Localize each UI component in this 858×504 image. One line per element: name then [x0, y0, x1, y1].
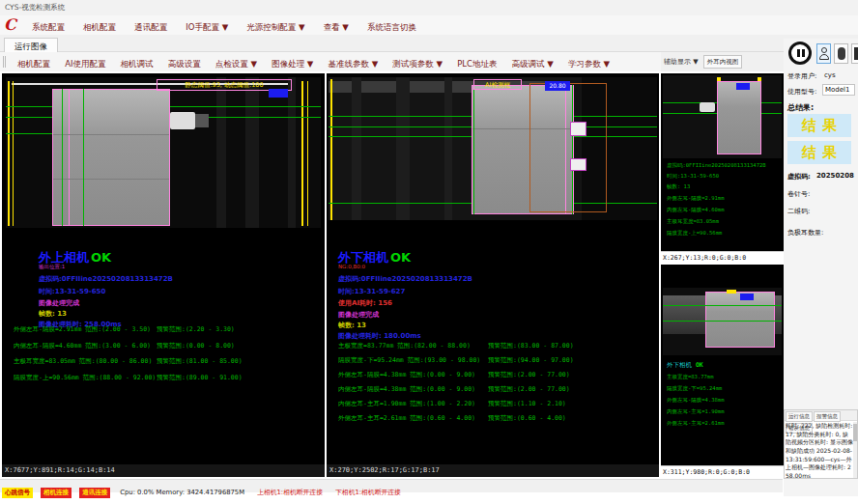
- comm-conn-badge: 通讯连接: [79, 488, 110, 498]
- tool-camera-config[interactable]: 相机配置: [13, 54, 55, 73]
- cell-block-thumb1: [717, 81, 761, 154]
- measure-row: 内侧左耳-主耳=1.90mm 范围:(1.00 - 2.20)预警范围:(1.1…: [338, 400, 475, 408]
- tool-learn-params[interactable]: 学习参数 ▼: [563, 54, 615, 73]
- heartbeat-badge: 心跳信号: [2, 488, 33, 498]
- aux-bottom-image: [663, 288, 782, 355]
- aux-view-top[interactable]: 虚拟码:0FFIIine2025020813313472B 时间:13-31-5…: [661, 73, 784, 263]
- toolbar: 相机配置 AI使用配置 相机调试 高级设置 点检设置 ▼ 图像处理 ▼ 基准线参…: [0, 52, 661, 71]
- mid-camera-sub: NG:0,B0:0: [338, 264, 365, 269]
- thumb2-line: 主极宽度=83.77mm: [667, 374, 714, 380]
- left-frames: 帧数: 13: [39, 309, 67, 319]
- menu-comm-config[interactable]: 通讯配置: [128, 17, 174, 37]
- tool-plc-table[interactable]: PLC地址表: [452, 54, 501, 73]
- avatar-icon: [838, 47, 845, 60]
- thumb1-line: 隔膜宽度-上=90.56mm: [667, 230, 722, 237]
- measure-row: 外侧左耳-主耳=2.61mm 范围:(0.60 - 4.00)预警范围:(0.6…: [338, 414, 475, 423]
- mid-camera-panel[interactable]: AI检测框 20.80 外下相机OK NG:0,B0:0 虚拟码:0FFIIin…: [327, 73, 659, 477]
- mid-camera-name: 外下相机: [338, 250, 388, 265]
- user-label: 登录用户:: [787, 71, 816, 81]
- mid-elapsed: 图像处理耗时: 180.00ms: [338, 331, 421, 341]
- thumb1-line: 外侧左耳-隔膜=2.91mm: [667, 195, 725, 202]
- menu-io-config[interactable]: IO手配置 ▼: [179, 17, 235, 37]
- menu-camera-config[interactable]: 相机配置: [76, 17, 123, 37]
- ai-detect-region: [529, 83, 607, 212]
- measure-row: 隔膜宽度-下=95.24mm 范围:(93.00 - 98.00)预警范围:(9…: [338, 356, 480, 365]
- mid-done: 图像处理完成: [338, 310, 379, 320]
- tool-ai-config[interactable]: AI使用配置: [60, 54, 110, 73]
- vcode-label: 虚拟码:: [787, 172, 811, 182]
- mid-cursor-status: X:270;Y:2502;R:17;G:17;B:17: [327, 464, 659, 477]
- left-barcode: 虚拟码:0FFIIine2025020813313472B: [39, 274, 173, 284]
- aux-bottom-cursor-status: X:311;Y:980;R:0;G:0;B:0: [661, 465, 784, 477]
- lower-camera-status: 下相机1:相机断开连接: [335, 487, 401, 499]
- tool-spot-check[interactable]: 点检设置 ▼: [211, 54, 262, 73]
- left-camera-image: 静态阈值:93, 动态阈值:100: [6, 77, 321, 228]
- log-scrollbar[interactable]: [853, 422, 857, 478]
- pin-label: 卷针号:: [787, 189, 810, 199]
- log-tab-run[interactable]: 运行信息: [786, 411, 813, 422]
- exit-button[interactable]: [851, 43, 858, 64]
- left-blue-marker: [269, 89, 288, 98]
- menu-light-config[interactable]: 光源控制配置 ▼: [240, 17, 311, 37]
- thumb2-line: 内侧左耳-主耳=1.90mm: [667, 408, 725, 415]
- model-label: 使用型号:: [787, 87, 816, 97]
- aux-display-row: 辅助显示 ▼ 外耳内视图 极耳内视图: [661, 52, 784, 71]
- thumb1-line: 帧数: 13: [667, 183, 690, 190]
- tool-test-params[interactable]: 测试项参数 ▼: [387, 54, 447, 73]
- app-window: CYS-视觉检测系统 C 系统配置 相机配置 通讯配置 IO手配置 ▼ 光源控制…: [0, 0, 858, 504]
- ai-score-label: 20.80: [545, 81, 570, 91]
- left-camera-panel[interactable]: 静态阈值:93, 动态阈值:100 外上相机OK 输出位置:1 虚拟码:0FFI…: [2, 73, 325, 477]
- pause-button[interactable]: [788, 42, 812, 65]
- result-box-1: 结果: [787, 114, 851, 137]
- aux-tab-outer-view[interactable]: 外耳内视图: [703, 55, 743, 69]
- log-tab-alarm[interactable]: 报警信息: [814, 411, 841, 422]
- left-done: 图像处理完成: [39, 298, 79, 308]
- tab-strip: 运行图像: [0, 35, 858, 52]
- mid-time: 时间:13-31-59-627: [338, 287, 405, 296]
- tool-camera-debug[interactable]: 相机调试: [116, 54, 158, 73]
- aux-top-cursor-status: X:267;Y:13;R:0;G:0;B:0: [661, 251, 784, 263]
- measure-row: 主极宽度=83.77mm 范围:(82.00 - 88.00)预警范围:(83.…: [338, 342, 471, 350]
- right-control-panel: 登录用户: cys 使用型号: Model1 总结果: 结果 结果 虚拟码: 2…: [784, 39, 858, 496]
- left-camera-sub: 输出位置:1: [39, 264, 65, 270]
- measure-row: 主极耳宽度=83.05mm 范围:(80.00 - 86.00)预警范围:(81…: [14, 357, 152, 366]
- measure-row: 隔膜宽度-上=90.56mm 范围:(88.00 - 92.00)预警范围:(8…: [14, 374, 156, 382]
- model-input[interactable]: Model1: [822, 84, 855, 96]
- tool-image-process[interactable]: 图像处理 ▼: [267, 54, 318, 73]
- menu-view[interactable]: 查看 ▼: [317, 17, 356, 37]
- measure-row: 内侧左耳-隔膜=4.60mm 范围:(3.00 - 6.00)预警范围:(0.0…: [14, 342, 151, 350]
- left-camera-name: 外上相机: [39, 250, 89, 265]
- tool-baseline-params[interactable]: 基准线参数 ▼: [323, 54, 383, 73]
- vcode-value: 20250208: [816, 172, 854, 180]
- tool-advanced-debug[interactable]: 高级调试 ▼: [507, 54, 558, 73]
- left-camera-ok-badge: OK: [91, 250, 111, 265]
- tool-advanced-setting[interactable]: 高级设置: [163, 54, 206, 73]
- left-time: 时间:13-31-59-650: [39, 287, 105, 296]
- ai-box-label: AI检测框: [473, 79, 522, 90]
- upper-camera-status: 上相机1:相机断开连接: [257, 487, 323, 499]
- user-value: cys: [824, 71, 836, 79]
- thumb2-title: 外下相机 OK: [667, 361, 703, 370]
- aux-view-bottom[interactable]: 外下相机 OK 主极宽度=83.77mm 隔膜宽度-下=95.24mm 外侧左耳…: [661, 265, 784, 477]
- menu-system-config[interactable]: 系统配置: [25, 17, 72, 37]
- log-text[interactable]: 耗时: 222, 缺陷检测耗时: 17, 缺陷分类耗时: 0, 缺陷视频分区耗时…: [786, 422, 853, 478]
- user-manage-button[interactable]: [834, 43, 848, 64]
- cpu-memory-status: Cpu: 0.0% Memory: 3424.41796875M: [120, 487, 244, 499]
- cell-block-left: [52, 89, 170, 226]
- logout-door-icon: [854, 47, 858, 60]
- mid-ai-time: 使用AI耗时: 156: [338, 298, 392, 308]
- toolbar-grip: [3, 56, 6, 68]
- log-tabs: 运行信息报警信息错误信息: [785, 410, 857, 421]
- menu-language[interactable]: 系统语言切换: [360, 17, 423, 37]
- thumb2-line: 隔膜宽度-下=95.24mm: [667, 385, 722, 392]
- thumb1-line: 主极耳宽度=83.05mm: [667, 218, 719, 225]
- log-box: 运行信息报警信息错误信息 耗时: 222, 缺陷检测耗时: 17, 缺陷分类耗时…: [784, 409, 858, 479]
- thumb1-line: 虚拟码:0FFIIine2025020813313472B: [667, 162, 766, 169]
- camera-conn-badge: 相机连接: [41, 488, 72, 498]
- aux-display-dropdown[interactable]: 辅助显示 ▼: [661, 52, 701, 71]
- window-titlebar: CYS-视觉检测系统: [0, 0, 858, 15]
- status-bar: 心跳信号 相机连接 通讯连接 Cpu: 0.0% Memory: 3424.41…: [0, 479, 783, 492]
- user-login-button[interactable]: [816, 43, 831, 64]
- mid-barcode: 虚拟码:0FFIIine2025020813313472B: [338, 274, 472, 284]
- neg-tab-count-label: 负极耳数量:: [787, 228, 823, 238]
